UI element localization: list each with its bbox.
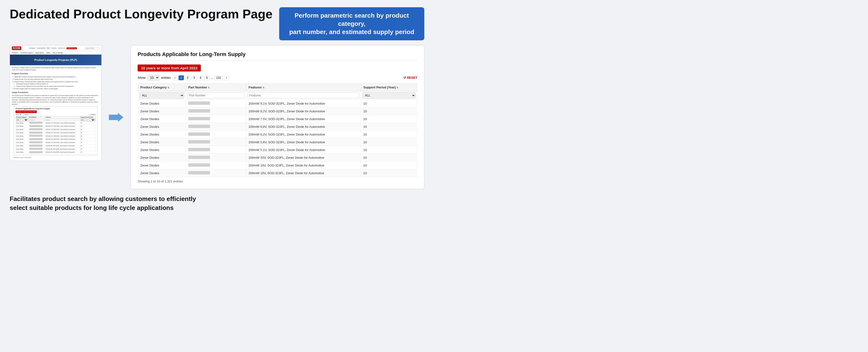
table-row: Zener Diodes200mW 6.2V, SOD-323FL, Zener… [138,131,417,138]
supply-badge: 10 years or more from April 2023 [138,65,201,72]
show-label: Show [138,76,146,79]
mini-controls: Show entries ‹ 1 › ↺ RESET [16,113,96,115]
table-cell [186,131,246,138]
reset-btn[interactable]: ↺ RESET [403,76,417,79]
mini-table-cell: Zener Diodes [16,125,29,128]
mini-table-cell: 200mW 18V, SOD-323FL, Zener Diode for Au… [45,148,80,151]
bottom-text-line2: select suitable products for long life c… [10,204,174,211]
pagination-ellipsis: ... [211,76,213,79]
table-cell: Zener Diodes [138,100,186,107]
table-cell: 10 [361,123,417,131]
table-row: Zener Diodes200mW 18V, SOD-323FL, Zener … [138,162,417,169]
mini-table-cell [29,121,45,125]
table-row: Zener Diodes200mW 6.8V, SOD-323FL, Zener… [138,123,417,131]
mini-table-cell [29,138,45,141]
mini-table-cell: 200mW 20V, SOD-323FL, Zener Diode for Au… [45,144,80,148]
next-page-btn[interactable]: › [224,75,229,80]
table-cell: Zener Diodes [138,162,186,169]
table-cell: 200mW 20V, SOD-323FL, Zener Diode for Au… [246,154,361,162]
table-cell: Zener Diodes [138,169,186,177]
table-cell: 10 [361,100,417,107]
table-footer: Showing 1 to 10 of 1,321 entries [138,179,417,183]
mini-table-cell: 200mW 6.8V, SOD-323FL, Zener Diode for A… [45,131,80,135]
entries-label: entries [161,76,171,79]
myrohm-btn[interactable]: MyROHM Login [66,47,77,49]
col-category[interactable]: Product Category [138,83,186,91]
col-part-number[interactable]: Part Number [186,83,246,91]
table-row: Zener Diodes200mW 5.6V, SOD-323FL, Zener… [138,138,417,146]
table-cell: 200mW 9.1V, SOD-323FL, Zener Diode for A… [246,100,361,107]
table-row: Zener Diodes200mW 16V, SOD-323FL, Zener … [138,169,417,177]
left-panel: ROHM Company Sustainability R&D Careers … [10,45,102,161]
rohm-precautions-text: The supply period indicated in this prog… [12,95,99,105]
mini-table-cell: 200mW 8.2V, SOD-323FL, Zener Diode for A… [45,125,80,128]
mini-table-title: Products Applicable for Long-Term Supply [16,107,96,110]
table-controls-left: Show 10 25 50 entries ‹ 1 2 3 4 5 ... [138,75,229,80]
mini-features-filter[interactable] [46,119,79,121]
filter-features-input[interactable] [248,93,360,98]
filter-category-select[interactable]: ALL [140,92,184,99]
mini-period-filter[interactable]: ALL [81,119,95,121]
mini-table-cell: 200mW 5.1V, SOD-323FL, Zener Diode for A… [45,141,80,144]
table-row: Zener Diodes200mW 20V, SOD-323FL, Zener … [138,154,417,162]
table-cell [186,169,246,177]
header-row: Dedicated Product Longevity Program Page… [10,7,424,40]
table-cell: 200mW 6.2V, SOD-323FL, Zener Diode for A… [246,131,361,138]
table-cell: Zener Diodes [138,131,186,138]
rohm-menu: Products Technical Support Applications … [10,51,101,55]
page-1-btn[interactable]: 1 [179,75,184,80]
blue-banner: Perform parametric search by product cat… [279,7,424,40]
mini-table-cell: 10 [80,138,96,141]
right-panel-title: Products Applicable for Long-Term Supply [138,51,417,61]
mini-part-filter[interactable] [29,119,45,121]
arrow-icon [109,113,123,122]
page-5-btn[interactable]: 5 [204,75,210,80]
mini-badge: 10 years or more from April 2023 [16,110,37,113]
mini-table-cell [29,141,45,144]
mini-entries-input[interactable] [20,113,24,115]
table-cell: 10 [361,115,417,123]
rohm-search-input[interactable] [85,47,99,49]
mini-table-cell: 10 [80,125,96,128]
prev-page-btn[interactable]: ‹ [173,75,178,80]
rohm-section2-title: Usage Precautions [12,91,99,94]
entries-select[interactable]: 10 25 50 [148,75,159,80]
mini-reset-btn[interactable]: ↺ RESET [90,113,96,115]
col-support-period[interactable]: Support Period (Year) [361,83,417,91]
page-2-btn[interactable]: 2 [185,75,190,80]
reset-icon: ↺ [403,76,406,79]
mini-table-cell: Zener Diodes [16,148,29,151]
table-cell: 10 [361,146,417,154]
table-row: Zener Diodes200mW 5.1V, SOD-323FL, Zener… [138,146,417,154]
filter-part-input[interactable] [187,93,244,98]
table-cell: Zener Diodes [138,107,186,115]
col-features[interactable]: Features [246,83,361,91]
table-cell: Zener Diodes [138,115,186,123]
table-cell [186,138,246,146]
reset-label: RESET [407,76,417,79]
rohm-program-overview-list: Applicable Products: Products requiring … [12,76,99,90]
mini-table-cell: 10 [80,144,96,148]
page-3-btn[interactable]: 3 [191,75,197,80]
blue-banner-line2: part number, and estimated supply period [289,28,414,36]
mini-table-cell [29,144,45,148]
bottom-text: Facilitates product search by allowing c… [10,195,424,212]
mini-table-cell: 10 [80,121,96,125]
svg-marker-0 [109,113,123,122]
table-cell [186,123,246,131]
table-cell: 200mW 7.5V, SOD-323FL, Zener Diode for A… [246,115,361,123]
page-131-btn[interactable]: 131 [214,75,223,80]
filter-period-select[interactable]: ALL [362,92,415,99]
table-cell [186,107,246,115]
table-cell: 10 [361,131,417,138]
table-cell: 200mW 8.2V, SOD-323FL, Zener Diode for A… [246,107,361,115]
mini-table-cell: Zener Diodes [16,131,29,135]
page-container: Dedicated Product Longevity Program Page… [10,7,424,212]
content-row: ROHM Company Sustainability R&D Careers … [10,45,424,189]
table-cell: 10 [361,154,417,162]
page-4-btn[interactable]: 4 [198,75,204,80]
pagination: ‹ 1 2 3 4 5 ... 131 › [173,75,229,80]
mini-table-cell: 200mW 7.5V, SOD-323FL, Zener Diode for A… [45,128,80,132]
mini-cat-filter[interactable]: ALL [16,119,28,121]
mini-table-cell [29,148,45,151]
